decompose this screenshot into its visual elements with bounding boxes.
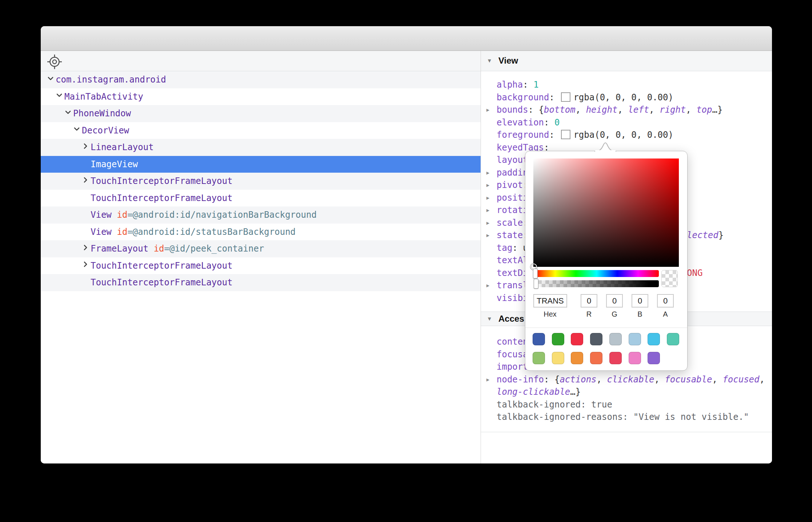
property-value: { [554,374,560,385]
property-value: : [549,130,560,140]
collapse-triangle-icon[interactable]: ▼ [487,312,492,326]
tree-row-touchinterceptorframelayout[interactable]: TouchInterceptorFrameLayout [41,173,481,190]
green-input[interactable] [606,294,623,308]
palette-swatch[interactable] [629,333,641,345]
disclosure-triangle-icon[interactable]: ▶ [486,192,489,204]
tree-row-touchinterceptorframelayout[interactable]: TouchInterceptorFrameLayout [41,257,481,274]
alpha-slider[interactable] [534,280,659,287]
property-key: conten [497,337,528,347]
property-key: node-info [497,374,544,385]
b-label: B [629,310,651,318]
hue-slider-handle[interactable] [533,269,538,278]
property-value: , [712,374,723,385]
property-value: …} [570,387,581,397]
property-value: 1 [533,80,538,90]
palette-swatch[interactable] [667,333,679,345]
alpha-slider-handle[interactable] [534,279,538,289]
property-value: rgba(0, 0, 0, 0.00) [573,92,673,103]
tree-row-view[interactable]: View id=@android:id/navigationBarBackgro… [41,206,481,224]
tree-row-view[interactable]: View id=@android:id/statusBarBackground [41,224,481,241]
property-value: , [617,105,628,115]
color-swatch-box[interactable] [561,130,570,139]
chevron-down-icon[interactable] [47,71,56,88]
target-inspect-icon[interactable] [46,53,63,71]
property-key: import [497,362,528,372]
property-key: textAl [497,255,528,265]
property-key: "View is not visible." [633,412,749,422]
disclosure-triangle-icon[interactable]: ▶ [486,166,489,179]
property-key: background [497,92,549,103]
palette-swatch[interactable] [629,352,641,364]
property-key: state [497,230,523,240]
saturation-value-gradient[interactable] [533,158,679,267]
disclosure-triangle-icon[interactable]: ▶ [486,179,489,192]
tree-row-decorview[interactable]: DecorView [41,122,481,139]
palette-swatch[interactable] [552,352,564,364]
palette-swatch[interactable] [609,333,622,345]
palette-swatch[interactable] [533,352,545,364]
property-value: right [660,105,686,115]
alpha-input[interactable] [657,294,674,308]
chevron-right-icon[interactable] [82,240,91,257]
tree-row-com.instagram.android[interactable]: com.instagram.android [41,71,481,88]
disclosure-triangle-icon[interactable]: ▶ [486,373,489,386]
tree-row-maintabactivity[interactable]: MainTabActivity [41,88,481,105]
chevron-down-icon[interactable] [64,105,73,122]
disclosure-triangle-icon[interactable]: ▶ [486,104,489,116]
chevron-right-icon[interactable] [82,138,91,156]
picker-divider [525,328,687,328]
disclosure-triangle-icon[interactable]: ▶ [486,229,489,242]
tree-node-label: FrameLayout [91,244,148,254]
property-key: scale [497,218,523,228]
palette-swatch[interactable] [590,352,602,364]
disclosure-triangle-icon[interactable]: ▶ [486,217,489,229]
palette-swatch[interactable] [609,352,622,364]
disclosure-triangle-icon[interactable]: ▶ [486,279,489,292]
tree-row-phonewindow[interactable]: PhoneWindow [41,105,481,122]
tree-row-imageview[interactable]: ImageView [41,156,481,173]
tree-row-framelayout[interactable]: FrameLayout id=@id/peek_container [41,240,481,257]
palette-swatch[interactable] [533,333,545,345]
hex-input[interactable] [533,294,567,308]
chevron-down-icon[interactable] [56,88,64,105]
palette-swatch[interactable] [552,333,564,345]
palette-swatch[interactable] [590,333,602,345]
disclosure-triangle-icon[interactable]: ▶ [486,204,489,217]
tree-node-label: MainTabActivity [64,92,143,102]
chevron-right-icon[interactable] [82,257,91,274]
property-key: elevation [497,117,544,128]
view-section-header[interactable]: ▼ View [481,51,772,71]
red-input[interactable] [581,294,597,308]
hierarchy-pane: com.instagram.androidMainTabActivityPhon… [41,51,481,463]
property-value: height [586,105,618,115]
property-value: : [523,80,533,90]
tree-row-touchinterceptorframelayout[interactable]: TouchInterceptorFrameLayout [41,190,481,207]
collapse-triangle-icon[interactable]: ▼ [487,51,492,71]
property-key: talkback-ignored [497,399,581,410]
tree-row-linearlayout[interactable]: LinearLayout [41,139,481,156]
palette-swatch[interactable] [648,352,660,364]
blue-input[interactable] [632,294,648,308]
window-titlebar[interactable] [41,26,772,51]
property-key: paddin [497,168,528,178]
tree-node-label: PhoneWindow [73,108,131,119]
view-section-title: View [498,51,518,71]
palette-swatch[interactable] [648,333,660,345]
palette-swatch[interactable] [571,333,583,345]
property-value: : [544,374,554,385]
hue-slider[interactable] [534,270,659,277]
chevron-down-icon[interactable] [73,121,82,138]
palette-swatch[interactable] [571,352,583,364]
property-value: , [654,374,665,385]
property-row: ▶bounds: {bottom, height, left, right, t… [481,104,772,116]
chevron-right-icon[interactable] [82,172,91,189]
property-value: , [576,105,586,115]
property-key: layout [497,155,528,165]
tree-row-touchinterceptorframelayout[interactable]: TouchInterceptorFrameLayout [41,274,481,291]
property-row: background: rgba(0, 0, 0, 0.00) [481,91,772,104]
tree-node-label: TouchInterceptorFrameLayout [91,261,232,271]
color-swatch-box[interactable] [561,92,570,102]
property-value: rgba(0, 0, 0, 0.00) [573,130,673,140]
property-value: long-clickable [497,387,570,397]
property-value-fragment: ONG [687,267,702,280]
